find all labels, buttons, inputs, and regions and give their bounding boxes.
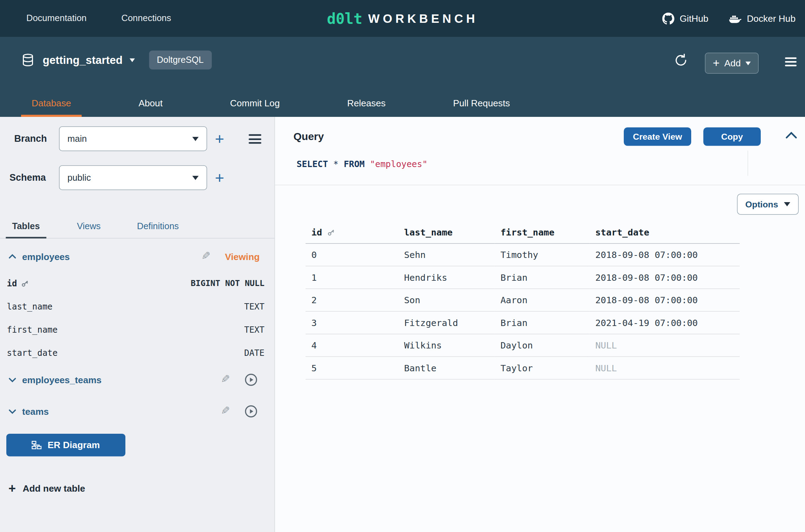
database-header: getting_started DoltgreSQL Add Database … [0,37,805,117]
chevron-up-icon[interactable] [7,252,18,262]
cell[interactable]: Brian [495,266,590,289]
logo-workbench-text: WORKBENCH [368,11,478,26]
cell[interactable]: NULL [590,357,740,379]
options-label: Options [745,199,778,210]
cell[interactable]: Bantle [398,357,495,379]
database-type-badge: DoltgreSQL [149,51,211,69]
cell[interactable]: 2018-09-08 07:00:00 [590,289,740,312]
chevron-up-icon [785,131,798,139]
er-diagram-button[interactable]: ER Diagram [6,434,125,457]
branch-select[interactable]: main [59,126,207,151]
cell[interactable]: Sehn [398,244,495,266]
docker-hub-link[interactable]: Docker Hub [728,13,796,24]
cell[interactable]: Aaron [495,289,590,312]
add-button[interactable]: Add [705,53,759,74]
cell[interactable]: NULL [590,334,740,357]
database-title-row: getting_started DoltgreSQL [21,51,211,69]
run-query-icon[interactable] [244,405,258,418]
app-logo: d0lt WORKBENCH [327,0,478,37]
cell[interactable]: Daylon [495,334,590,357]
sidebar-tab-views[interactable]: Views [71,215,107,238]
options-button[interactable]: Options [737,194,799,215]
nav-link-connections[interactable]: Connections [122,13,171,24]
copy-button[interactable]: Copy [703,127,761,146]
cell[interactable]: 2018-09-08 07:00:00 [590,244,740,266]
cell[interactable]: 3 [306,311,398,334]
collapse-query-button[interactable] [785,131,798,139]
add-schema-button[interactable] [215,165,224,190]
tab-commit-log[interactable]: Commit Log [220,89,290,117]
table-row: 4 Wilkins Daylon NULL [306,334,740,357]
column-type: TEXT [244,318,264,341]
github-link[interactable]: GitHub [662,12,708,25]
cell[interactable]: Timothy [495,244,590,266]
tab-about[interactable]: About [128,89,173,117]
add-button-label: Add [724,58,741,69]
table-name-teams[interactable]: teams [22,400,49,423]
sql-star: * [333,159,339,169]
add-branch-button[interactable] [215,126,224,151]
cell[interactable]: 2021-04-19 07:00:00 [590,311,740,334]
cell[interactable]: Wilkins [398,334,495,357]
cell[interactable]: Son [398,289,495,312]
chevron-down-icon[interactable] [7,375,18,385]
plus-icon [8,482,16,495]
primary-key-icon [21,279,29,287]
refresh-button[interactable] [674,53,688,68]
database-caret-icon[interactable] [130,58,135,62]
column-header-first-name[interactable]: first_name [495,221,590,244]
sql-keyword: SELECT [297,159,328,169]
run-query-icon[interactable] [244,373,258,387]
sql-query-display[interactable]: SELECT * FROM "employees" [297,159,428,169]
tab-releases[interactable]: Releases [337,89,396,117]
main-panel: Query Create View Copy SELECT * FROM "em… [275,117,805,532]
tab-database[interactable]: Database [21,89,81,117]
docker-icon [728,13,742,24]
add-new-table-button[interactable]: Add new table [8,479,85,498]
edit-table-icon[interactable] [221,404,230,417]
column-name: id [7,272,29,295]
database-icon [21,53,35,67]
column-header-id[interactable]: id [306,221,398,244]
cell[interactable]: 2 [306,289,398,312]
navbar-right: GitHub Docker Hub [662,0,796,37]
column-header-last-name[interactable]: last_name [398,221,495,244]
table-row: 0 Sehn Timothy 2018-09-08 07:00:00 [306,244,740,266]
cell[interactable]: 5 [306,357,398,379]
cell[interactable]: Brian [495,311,590,334]
docker-hub-label: Docker Hub [747,13,796,24]
main-divider [275,185,805,186]
column-row-id: id BIGINT NOT NULL [0,272,275,295]
edit-table-icon[interactable] [201,250,210,262]
refresh-icon [674,53,688,68]
tab-pull-requests[interactable]: Pull Requests [443,89,521,117]
cell[interactable]: 1 [306,266,398,289]
cell[interactable]: Fitzgerald [398,311,495,334]
sidebar-tab-definitions[interactable]: Definitions [131,215,185,238]
sidebar-tab-tables[interactable]: Tables [6,215,46,238]
database-name[interactable]: getting_started [43,54,123,66]
chevron-down-icon[interactable] [7,406,18,417]
schema-select[interactable]: public [59,165,207,190]
cell[interactable]: 0 [306,244,398,266]
branch-select-value: main [67,133,87,144]
nav-link-documentation[interactable]: Documentation [26,13,87,24]
cell[interactable]: 4 [306,334,398,357]
cell[interactable]: 2018-09-08 07:00:00 [590,266,740,289]
cell[interactable]: Hendriks [398,266,495,289]
logo-dolt-text: d0lt [327,10,362,27]
column-header-start-date[interactable]: start_date [590,221,740,244]
branch-menu-button[interactable] [249,134,261,144]
table-row: 5 Bantle Taylor NULL [306,357,740,379]
column-type: TEXT [244,295,264,318]
header-menu-button[interactable] [785,58,797,66]
plus-icon [713,58,720,69]
dolt-workbench-app: Documentation Connections d0lt WORKBENCH… [0,0,805,532]
cell[interactable]: Taylor [495,357,590,379]
table-name-employees-teams[interactable]: employees_teams [22,368,102,392]
create-view-button[interactable]: Create View [624,127,691,146]
table-name-employees[interactable]: employees [22,245,70,268]
edit-table-icon[interactable] [221,373,230,385]
table-item-teams: teams [0,400,275,423]
table-row: 1 Hendriks Brian 2018-09-08 07:00:00 [306,266,740,289]
